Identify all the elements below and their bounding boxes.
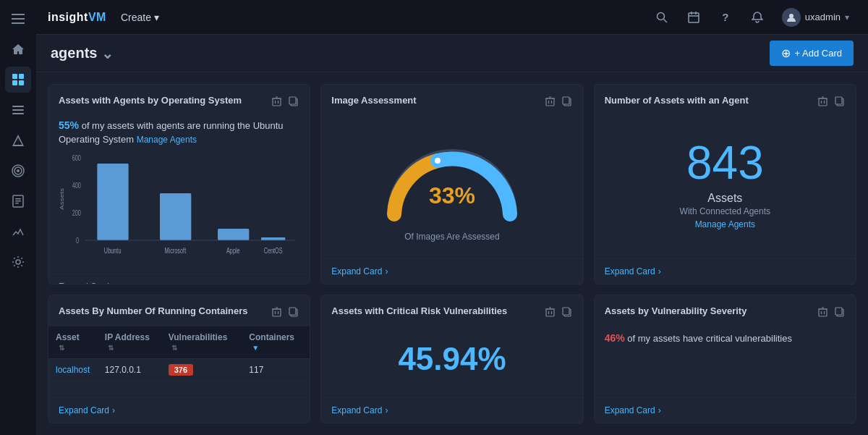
search-button[interactable]: [647, 3, 676, 32]
col-containers[interactable]: Containers ▼: [242, 326, 310, 359]
calendar-button[interactable]: [679, 3, 708, 32]
copy-card-button[interactable]: [287, 95, 299, 110]
svg-rect-68: [273, 309, 281, 316]
copy-card-button[interactable]: [833, 95, 846, 110]
svg-rect-18: [15, 203, 19, 204]
sidebar-item-assets[interactable]: [5, 97, 31, 123]
sidebar-item-goals[interactable]: [5, 219, 31, 245]
svg-rect-88: [835, 308, 842, 315]
svg-rect-44: [160, 193, 191, 240]
expand-chevron-icon: ›: [658, 405, 661, 415]
expand-card-button[interactable]: Expand Card ›: [331, 405, 572, 415]
card-header: Number of Assets with an Agent: [595, 85, 856, 116]
notifications-button[interactable]: [743, 3, 772, 32]
user-avatar: [782, 8, 801, 27]
chart-summary: 55% of my assets with agents are running…: [59, 116, 299, 152]
create-label: Create: [121, 12, 151, 23]
copy-card-button[interactable]: [833, 305, 846, 321]
svg-rect-61: [819, 98, 827, 106]
col-ip[interactable]: IP Address ⇅: [98, 326, 161, 359]
help-button[interactable]: ?: [711, 3, 740, 32]
add-card-button[interactable]: ⊕ + Add Card: [770, 41, 854, 66]
manage-agents-link[interactable]: Manage Agents: [137, 135, 197, 145]
gauge-chart: 33%: [380, 135, 524, 229]
col-vuln[interactable]: Vulnerabilities ⇅: [161, 326, 242, 359]
delete-card-button[interactable]: [271, 305, 283, 321]
topnav-actions: ? uxadmin ▾: [647, 3, 856, 32]
copy-card-button[interactable]: [287, 305, 299, 321]
vuln-badge: 376: [169, 364, 193, 376]
card-actions: [271, 305, 299, 321]
sidebar-item-settings[interactable]: [5, 249, 31, 275]
svg-point-11: [17, 143, 19, 145]
svg-rect-58: [563, 97, 569, 104]
col-asset[interactable]: Asset ⇅: [48, 326, 98, 359]
col-vuln-label: Vulnerabilities: [169, 332, 228, 342]
card-footer: Expand Card ›: [595, 258, 856, 284]
user-menu[interactable]: uxadmin ▾: [775, 5, 856, 30]
svg-rect-5: [12, 80, 17, 85]
svg-point-14: [17, 169, 20, 172]
bar-chart: 600 400 200 0 Assets: [59, 152, 299, 268]
svg-text:200: 200: [72, 208, 81, 217]
expand-card-button[interactable]: Expand Card ›: [59, 282, 299, 284]
svg-rect-75: [546, 309, 554, 316]
svg-text:Microsoft: Microsoft: [164, 246, 186, 255]
copy-card-button[interactable]: [561, 305, 573, 321]
expand-card-button[interactable]: Expand Card ›: [331, 266, 572, 276]
delete-card-button[interactable]: [544, 305, 556, 321]
delete-card-button[interactable]: [544, 95, 556, 110]
svg-rect-10: [17, 140, 19, 143]
sidebar-item-dashboard[interactable]: [5, 67, 31, 93]
summary-pct: 55%: [59, 119, 79, 131]
svg-rect-33: [289, 97, 296, 104]
card-title: Image Assessment: [331, 95, 543, 107]
topnav: insightVM Create ▾ ? uxadmin ▾: [36, 0, 868, 35]
ip-cell: 127.0.0.1: [98, 359, 161, 381]
create-chevron-icon: ▾: [154, 12, 159, 23]
copy-card-button[interactable]: [561, 95, 573, 110]
sort-icon: ⇅: [171, 344, 177, 352]
card-footer: Expand Card ›: [48, 397, 310, 423]
svg-rect-3: [12, 74, 17, 79]
add-icon: ⊕: [781, 46, 791, 60]
card-body: 45.94%: [321, 326, 582, 392]
expand-chevron-icon: ›: [385, 405, 388, 415]
card-body: 843 Assets With Connected Agents Manage …: [595, 116, 856, 253]
svg-rect-45: [218, 229, 249, 240]
svg-rect-74: [289, 308, 296, 315]
expand-card-button[interactable]: Expand Card ›: [605, 405, 846, 415]
sidebar-item-vulnerabilities[interactable]: [5, 127, 31, 153]
user-chevron-icon: ▾: [845, 12, 849, 22]
vuln-cell: 376: [161, 359, 242, 381]
expand-card-label: Expand Card: [59, 282, 109, 284]
vuln-text: of my assets have critical vulnerabiliti…: [627, 333, 792, 344]
sort-icon: ⇅: [108, 344, 114, 352]
card-assets-with-agent: Number of Assets with an Agent 843 Asset…: [594, 84, 856, 284]
expand-card-button[interactable]: Expand Card ›: [605, 266, 846, 276]
expand-card-label: Expand Card: [59, 405, 109, 415]
delete-card-button[interactable]: [271, 95, 283, 110]
asset-link[interactable]: localhost: [56, 365, 90, 375]
create-button[interactable]: Create ▾: [121, 12, 159, 23]
card-body: 46% of my assets have critical vulnerabi…: [595, 326, 856, 392]
sort-desc-icon: ▼: [252, 344, 259, 352]
expand-card-label: Expand Card: [605, 405, 655, 415]
page-title-chevron-icon[interactable]: ⌄: [101, 45, 114, 62]
card-title: Assets by Vulnerability Severity: [605, 305, 817, 318]
card-actions: [544, 305, 573, 321]
svg-rect-46: [261, 237, 285, 240]
main-content: insightVM Create ▾ ? uxadmin ▾: [36, 0, 868, 435]
critical-gauge-value: 45.94%: [398, 341, 506, 377]
sidebar-item-home[interactable]: [5, 36, 31, 62]
sidebar-item-reports[interactable]: [5, 188, 31, 214]
manage-agents-link[interactable]: Manage Agents: [695, 219, 755, 229]
expand-card-button[interactable]: Expand Card ›: [59, 405, 299, 415]
card-footer: Expand Card ›: [321, 258, 582, 284]
app-logo: insightVM: [48, 11, 106, 24]
delete-card-button[interactable]: [817, 95, 829, 110]
sidebar-menu-icon[interactable]: [5, 6, 31, 32]
sidebar-item-targets[interactable]: [5, 158, 31, 184]
delete-card-button[interactable]: [817, 305, 829, 321]
svg-rect-17: [15, 200, 21, 202]
